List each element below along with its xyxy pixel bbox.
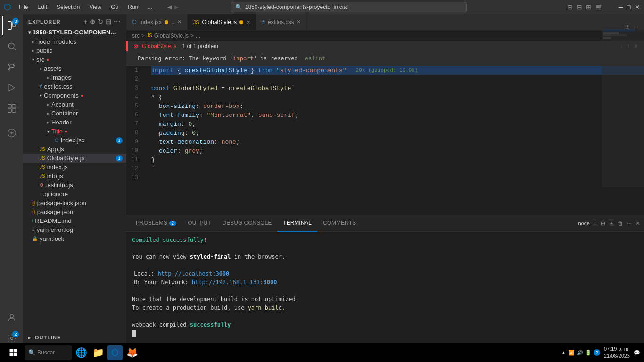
taskbar-browser-icon[interactable]: 🦊: [124, 345, 140, 360]
start-button[interactable]: [4, 343, 23, 362]
breadcrumb-sep1: >: [141, 33, 145, 39]
menu-more[interactable]: ...: [146, 3, 154, 11]
sidebar-item-yarn-error-log[interactable]: ≡ yarn-error.log: [23, 225, 126, 234]
terminal-add-icon[interactable]: +: [594, 220, 597, 227]
run-debug-icon[interactable]: [2, 78, 21, 97]
terminal-more-icon[interactable]: ···: [627, 220, 632, 227]
sidebar-more-icon[interactable]: ···: [114, 18, 121, 25]
sidebar-item-globalstyle-js[interactable]: JS GlobalStyle.js 1: [23, 154, 126, 163]
tab-close-css-button[interactable]: ✕: [297, 19, 301, 25]
sidebar-item-estilos-css[interactable]: # estilos.css: [23, 82, 126, 91]
minimize-button[interactable]: ─: [619, 3, 623, 11]
tab-terminal[interactable]: TERMINAL: [277, 215, 317, 232]
terminal-split-icon[interactable]: ⊟: [601, 220, 605, 227]
code-line-9: text-decoration: none;: [151, 138, 644, 147]
root-folder[interactable]: 1850-STYLED-COMPONEN...: [23, 27, 126, 37]
taskbar-notifications-icon[interactable]: 💬: [634, 350, 640, 356]
outline-section[interactable]: ▸ OUTLINE: [23, 333, 126, 342]
explorer-icon[interactable]: [2, 16, 21, 35]
layout-icon-3[interactable]: ⊞: [586, 3, 592, 11]
tray-volume-icon[interactable]: 🔊: [577, 350, 583, 356]
title-search[interactable]: 🔍: [231, 2, 467, 12]
terminal-grid-icon[interactable]: ⊞: [609, 220, 614, 227]
sidebar-item-index-js[interactable]: JS index.js: [23, 163, 126, 172]
taskbar-search-label: Buscar: [37, 349, 55, 356]
sidebar-item-assets[interactable]: ▸ assets: [23, 64, 126, 73]
sidebar-item-images[interactable]: ▸ images: [23, 73, 126, 82]
taskbar-icon-1[interactable]: 🌐: [74, 345, 89, 360]
tab-close-active-button[interactable]: ✕: [246, 19, 250, 25]
tab-index-jsx[interactable]: ⬡ index.jsx 1 ✕: [126, 14, 188, 30]
taskbar-clock[interactable]: 07:19 p. m. 21/08/2023: [604, 346, 630, 360]
terminal-trash-icon[interactable]: 🗑: [618, 220, 623, 227]
sidebar-item-index-jsx[interactable]: ⬡ index.jsx 1: [23, 136, 126, 145]
terminal-line-compiled: Compiled successfully!: [132, 236, 638, 244]
breadcrumb: src > JS GlobalStyle.js > ...: [126, 31, 644, 41]
sidebar-item-header[interactable]: ▸ Header: [23, 118, 126, 127]
tab-comments[interactable]: COMMENTS: [317, 215, 362, 232]
menu-go[interactable]: Go: [109, 3, 120, 11]
terminal-close-icon[interactable]: ✕: [636, 220, 640, 227]
sidebar-item-package-lock[interactable]: {} package-lock.json: [23, 198, 126, 207]
menu-run[interactable]: Run: [126, 3, 140, 11]
new-folder-icon[interactable]: ⊕: [90, 18, 96, 25]
sidebar-item-eslintrc[interactable]: ⚙ .eslintrc.js: [23, 181, 126, 189]
sidebar-item-readme[interactable]: i README.md: [23, 216, 126, 225]
taskbar-vscode-icon[interactable]: ⬡: [107, 345, 123, 360]
sidebar-item-node-modules[interactable]: ▸ node_modules: [23, 37, 126, 46]
code-lines[interactable]: import { createGlobalStyle } from "style…: [148, 66, 644, 215]
sidebar-item-container[interactable]: ▸ Container: [23, 109, 126, 118]
taskbar-search[interactable]: 🔍 Buscar: [25, 345, 72, 360]
breadcrumb-src[interactable]: src: [132, 33, 140, 39]
menu-file[interactable]: File: [17, 3, 30, 11]
new-file-icon[interactable]: +: [83, 18, 88, 25]
sidebar-item-info-js[interactable]: JS info.js: [23, 172, 126, 181]
tab-problems[interactable]: PROBLEMS 2: [130, 215, 182, 232]
taskbar-file-explorer-icon[interactable]: 📁: [91, 345, 106, 360]
sidebar-item-gitignore[interactable]: · .gitignore: [23, 189, 126, 198]
nav-back-icon[interactable]: ◀: [167, 4, 172, 10]
tray-up-icon[interactable]: ▲: [561, 350, 566, 355]
code-line-13: [151, 173, 644, 182]
code-line-12: `: [151, 165, 644, 173]
tray-battery-icon[interactable]: 🔋: [585, 350, 592, 356]
maximize-button[interactable]: □: [627, 3, 631, 11]
sidebar-item-app-js[interactable]: JS App.js: [23, 145, 126, 154]
sidebar-item-title[interactable]: ▾ Title ●: [23, 127, 126, 136]
sidebar-item-package-json[interactable]: {} package.json: [23, 207, 126, 216]
activity-bar: [0, 14, 23, 352]
collapse-icon[interactable]: ⊟: [106, 18, 112, 25]
search-activity-icon[interactable]: [2, 37, 21, 56]
tab-label: index.jsx: [140, 19, 162, 25]
sidebar-item-src[interactable]: ▾ src ●: [23, 55, 126, 64]
tab-globalstyle-js[interactable]: JS GlobalStyle.js ✕: [188, 14, 256, 30]
tab-debug-console[interactable]: DEBUG CONSOLE: [217, 215, 278, 232]
layout-icon-2[interactable]: ⊟: [577, 3, 582, 11]
accounts-icon[interactable]: [2, 308, 21, 327]
tray-network-icon[interactable]: 📶: [568, 350, 575, 356]
sidebar-item-components[interactable]: ▾ Components ●: [23, 91, 126, 100]
tab-estilos-css[interactable]: # estilos.css ✕: [256, 14, 307, 30]
menu-selection[interactable]: Selection: [55, 3, 82, 11]
close-button[interactable]: ✕: [635, 3, 640, 11]
breadcrumb-file[interactable]: GlobalStyle.js: [154, 33, 189, 39]
sidebar-item-yarn-lock[interactable]: 🔒 yarn.lock: [23, 234, 126, 243]
layout-icon-1[interactable]: ⊞: [567, 3, 573, 11]
nav-forward-icon[interactable]: ▶: [174, 4, 179, 10]
menu-edit[interactable]: Edit: [35, 3, 49, 11]
sidebar-item-public[interactable]: ▸ public: [23, 46, 126, 55]
refresh-icon[interactable]: ↻: [98, 18, 104, 25]
layout-icon-4[interactable]: ▦: [595, 3, 602, 11]
system-tray: ▲ 📶 🔊 🔋 2: [561, 349, 600, 356]
remote-icon[interactable]: [2, 123, 21, 142]
tab-close-button[interactable]: ✕: [177, 19, 182, 25]
sidebar-item-account[interactable]: ▸ Account: [23, 100, 126, 109]
menu-view[interactable]: View: [87, 3, 103, 11]
breadcrumb-more[interactable]: ...: [196, 33, 200, 39]
extensions-icon[interactable]: [2, 99, 21, 118]
terminal-content[interactable]: Compiled successfully! You can now view …: [126, 232, 644, 352]
tab-output[interactable]: OUTPUT: [182, 215, 216, 232]
source-control-icon[interactable]: [2, 58, 21, 76]
code-area[interactable]: 1 2 3 4 5 6 7 8 9 10 11 12 13: [126, 66, 644, 215]
search-input[interactable]: [245, 4, 462, 10]
